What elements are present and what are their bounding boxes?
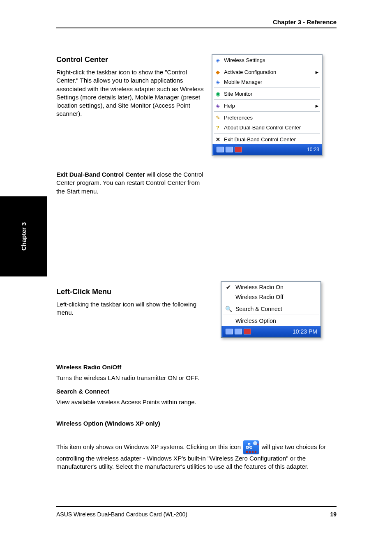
taskbar-clock: 10:23 PM — [293, 328, 321, 335]
menu-item-label: Preferences — [224, 115, 319, 121]
menu-item-label: Mobile Manager — [224, 79, 319, 85]
section1-paragraph-2: Exit Dual-Band Control Center will close… — [56, 170, 208, 196]
tray-icon[interactable] — [217, 147, 224, 152]
control-center-context-menu: ◈ Wireless Settings ◆ Activate Configura… — [212, 54, 323, 156]
badge-icon: × — [253, 441, 257, 445]
chapter-title: Chapter 3 - Reference — [56, 18, 337, 25]
menu-separator — [214, 111, 320, 112]
blank-icon — [224, 317, 233, 325]
signal-dots-icon — [245, 451, 257, 453]
tray-icon[interactable] — [235, 329, 242, 334]
magnifier-icon: 🔍 — [224, 305, 233, 313]
bold-text: Exit Dual-Band Control Center — [56, 171, 145, 178]
book-icon: ◈ — [214, 102, 221, 109]
menu-item-label: Activate Configuration — [224, 69, 319, 75]
menu-item-activate-configuration[interactable]: ◆ Activate Configuration ▸ — [212, 67, 322, 77]
taskbar: 10:23 PM — [221, 326, 321, 337]
section2-paragraph: Left-clicking the taskbar icon will show… — [56, 300, 208, 317]
menu-item-label: Wireless Radio On — [235, 284, 284, 290]
menu-separator — [214, 66, 320, 66]
taskbar-clock: 10:23 — [307, 147, 322, 152]
menu-separator — [223, 303, 319, 303]
menu-item-site-monitor[interactable]: ◉ Site Monitor — [212, 89, 322, 99]
menu-item-radio-off[interactable]: Wireless Radio Off — [221, 292, 321, 302]
wireless-icon: ◈ — [214, 78, 221, 85]
pencil-icon: ✎ — [214, 114, 221, 121]
tray-icon[interactable] — [235, 147, 242, 152]
menu-item-label: Site Monitor — [224, 91, 319, 97]
wireless-icon: ◈ — [214, 56, 221, 64]
menu-item-label: Search & Connect — [235, 306, 282, 312]
menu-separator — [223, 315, 319, 315]
section-heading-control-center: Control Center — [56, 55, 208, 64]
taskbar: 10:23 — [212, 144, 322, 155]
menu-item-label: Help — [224, 103, 319, 109]
menu-item-label: Wireless Option — [235, 318, 276, 324]
close-icon: ✕ — [214, 136, 221, 143]
menu-item-label: Wireless Settings — [224, 57, 319, 63]
wireless-tray-icon: 🖧 × — [243, 440, 259, 454]
menu-item-radio-on[interactable]: ✔ Wireless Radio On — [221, 282, 321, 292]
globe-icon: ◉ — [214, 90, 221, 97]
section-heading-left-click-menu: Left-Click Menu — [56, 288, 208, 296]
menu-item-wireless-settings[interactable]: ◈ Wireless Settings — [212, 55, 322, 65]
menu-item-exit[interactable]: ✕ Exit Dual-Band Control Center — [212, 134, 322, 144]
network-glyph-icon: 🖧 — [246, 441, 253, 451]
menu-item-mobile-manager[interactable]: ◈ Mobile Manager — [212, 77, 322, 87]
tray-icon[interactable] — [226, 147, 233, 152]
menu-separator — [214, 99, 320, 100]
check-icon: ✔ — [224, 283, 233, 291]
menu-item-label: Exit Dual-Band Control Center — [224, 136, 319, 143]
help-icon: ? — [214, 124, 221, 131]
section1-paragraph: Right-click the taskbar icon to show the… — [56, 68, 208, 118]
system-tray[interactable] — [214, 147, 244, 152]
tray-icon[interactable] — [226, 329, 233, 334]
diamond-icon: ◆ — [214, 68, 221, 76]
section3-paragraph-1: Turns the wireless LAN radio transmitter… — [56, 374, 337, 382]
subheading-wireless-option: Wireless Option (Windows XP only) — [56, 420, 337, 427]
system-tray[interactable] — [223, 329, 254, 334]
menu-item-preferences[interactable]: ✎ Preferences — [212, 113, 322, 122]
menu-separator — [214, 133, 320, 134]
section3-paragraph-2: View available wireless Access Points wi… — [56, 398, 337, 406]
subheading-radio-onoff: Wireless Radio On/Off — [56, 364, 337, 371]
chapter-header: Chapter 3 - Reference — [56, 18, 337, 28]
body-text-before-icon: This item only shows on Windows XP syste… — [56, 443, 242, 450]
menu-separator — [214, 88, 320, 88]
blank-icon — [224, 293, 233, 301]
footer-product-name: ASUS Wireless Dual-Band Cardbus Card (WL… — [56, 511, 187, 518]
menu-item-about[interactable]: ? About Dual-Band Control Center — [212, 122, 322, 132]
chapter-side-tab-label: Chapter 3 — [20, 222, 27, 251]
menu-item-wireless-option[interactable]: Wireless Option — [221, 316, 321, 326]
tray-icon[interactable] — [244, 329, 251, 334]
menu-item-search-connect[interactable]: 🔍 Search & Connect — [221, 304, 321, 314]
page-footer: ASUS Wireless Dual-Band Cardbus Card (WL… — [56, 511, 337, 518]
left-click-context-menu: ✔ Wireless Radio On Wireless Radio Off 🔍… — [221, 281, 321, 338]
chapter-side-tab: Chapter 3 — [0, 196, 47, 276]
page-number: 19 — [330, 511, 337, 518]
menu-item-help[interactable]: ◈ Help ▸ — [212, 101, 322, 111]
section3-paragraph-3: This item only shows on Windows XP syste… — [56, 440, 337, 471]
menu-item-label: Wireless Radio Off — [235, 294, 283, 300]
submenu-arrow-icon: ▸ — [316, 103, 318, 109]
footer-rule — [56, 506, 337, 507]
submenu-arrow-icon: ▸ — [316, 69, 318, 75]
menu-item-label: About Dual-Band Control Center — [224, 124, 319, 131]
x-badge-icon: × — [257, 442, 259, 447]
subheading-search-connect: Search & Connect — [56, 388, 337, 395]
